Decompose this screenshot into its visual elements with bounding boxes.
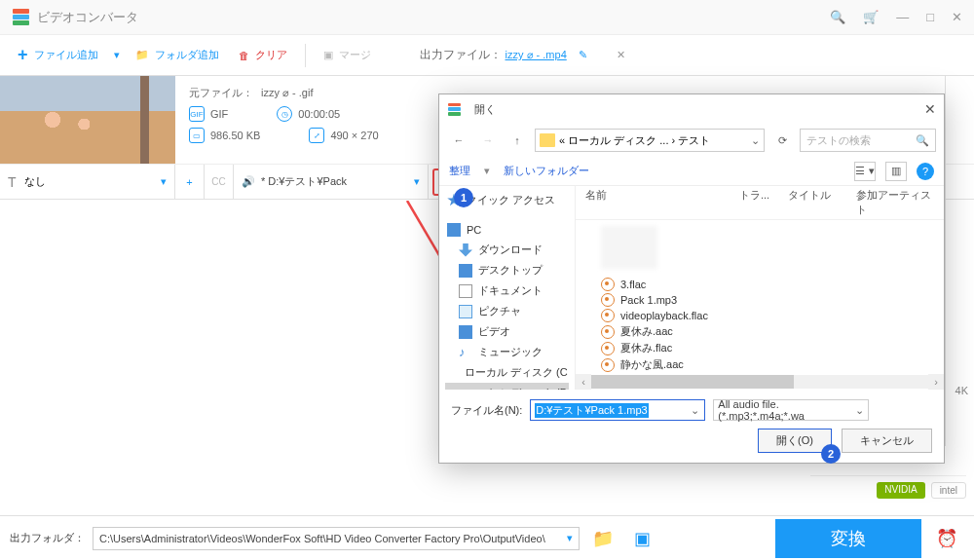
file-size: 986.50 KB: [210, 130, 260, 141]
edit-icon[interactable]: ✎: [579, 49, 587, 61]
add-file-dropdown[interactable]: ▾: [108, 49, 126, 61]
merge-button[interactable]: ▣ マージ: [314, 42, 381, 68]
output-file-value[interactable]: izzy ⌀ - .mp4: [506, 49, 567, 61]
back-button[interactable]: ←: [447, 129, 470, 152]
scroll-left-icon[interactable]: ‹: [576, 374, 591, 390]
path-input[interactable]: « ローカル ディスク ... › テスト ⌄: [535, 129, 765, 152]
new-folder-button[interactable]: 新しいフォルダー: [504, 164, 589, 178]
video-icon: [459, 325, 472, 339]
cancel-button[interactable]: キャンセル: [842, 429, 932, 453]
add-subtitle-button[interactable]: +: [175, 165, 205, 200]
col-name[interactable]: 名前: [585, 188, 739, 217]
path-text: « ローカル ディスク ... › テスト: [559, 133, 710, 148]
file-dimensions: 490 × 270: [330, 130, 378, 141]
filetype-select[interactable]: All audio file. (*.mp3;*.m4a;*.wa⌄: [713, 399, 869, 421]
audio-file-icon: [601, 325, 615, 339]
nav-pictures[interactable]: ピクチャ: [445, 301, 569, 321]
cart-icon[interactable]: 🛒: [863, 10, 879, 24]
pc-icon: [447, 223, 461, 237]
close-button[interactable]: ✕: [952, 10, 962, 24]
dialog-close-button[interactable]: ✕: [924, 101, 936, 117]
title-bar: ビデオコンバータ 🔍 🛒 — □ ✕: [0, 0, 974, 35]
clear-button[interactable]: 🗑 クリア: [229, 42, 297, 68]
chevron-down-icon: ⌄: [855, 404, 864, 417]
horizontal-scrollbar[interactable]: ‹ ›: [576, 374, 944, 390]
nav-disk-c[interactable]: ローカル ディスク (C: [445, 362, 569, 383]
nav-downloads[interactable]: ダウンロード: [445, 240, 569, 260]
search-icon[interactable]: 🔍: [830, 10, 845, 24]
file-item[interactable]: videoplayback.flac: [580, 308, 934, 323]
subtitle-value: なし: [24, 174, 46, 189]
file-list-body: 3.flac Pack 1.mp3 videoplayback.flac 夏休み…: [576, 220, 944, 390]
up-button[interactable]: ↑: [506, 129, 529, 152]
filename-input[interactable]: D:¥テスト¥Pack 1.mp3⌄: [530, 399, 705, 421]
forward-button[interactable]: →: [476, 129, 500, 152]
cc-button[interactable]: CC: [205, 165, 234, 200]
nav-music[interactable]: ♪ミュージック: [445, 342, 569, 362]
window-controls: 🔍 🛒 — □ ✕: [830, 10, 962, 24]
subtitle-selector[interactable]: T なし ▾: [0, 165, 175, 199]
open-button[interactable]: 開く(O) 2: [758, 429, 832, 453]
file-duration: 00:00:05: [298, 108, 340, 120]
preview-pane-button[interactable]: ▥: [885, 162, 907, 181]
filename-label: ファイル名(N):: [451, 403, 522, 418]
chevron-down-icon: ⌄: [690, 404, 700, 417]
organize-menu[interactable]: 整理: [449, 164, 470, 178]
chevron-down-icon: ▾: [484, 165, 490, 177]
col-title[interactable]: タイトル: [788, 188, 856, 217]
chevron-down-icon: ▾: [567, 532, 573, 544]
file-item[interactable]: 夏休み.flac: [580, 340, 934, 356]
minimize-button[interactable]: —: [896, 10, 909, 24]
nvidia-badge: NVIDIA: [877, 482, 924, 499]
nav-desktop[interactable]: デスクトップ: [445, 260, 569, 280]
text-icon: T: [8, 174, 17, 190]
file-item[interactable]: 静かな風.aac: [580, 356, 934, 373]
dialog-body: クイック アクセス PC ダウンロード デスクトップ ドキュメント ピクチャ ビ…: [439, 186, 944, 390]
video-thumbnail[interactable]: [0, 76, 175, 164]
timer-button[interactable]: ⏰: [929, 528, 964, 549]
col-track[interactable]: トラ...: [739, 188, 788, 217]
chevron-down-icon: ⌄: [751, 134, 760, 147]
audio-file-icon: [601, 358, 615, 372]
scroll-right-icon[interactable]: ›: [928, 374, 944, 390]
callout-1: 1: [454, 188, 473, 207]
output-folder-input[interactable]: C:\Users\Administrator\Videos\WonderFox …: [93, 527, 580, 550]
maximize-button[interactable]: □: [926, 10, 934, 24]
folder-plus-icon: 📁: [135, 49, 149, 61]
dialog-path-bar: ← → ↑ « ローカル ディスク ... › テスト ⌄ ⟳ テストの検索 🔍: [439, 124, 944, 157]
dialog-nav-tree: クイック アクセス PC ダウンロード デスクトップ ドキュメント ピクチャ ビ…: [439, 186, 576, 390]
file-item[interactable]: 夏休み.aac: [580, 323, 934, 340]
dialog-file-list: 名前 トラ... タイトル 参加アーティスト 3.flac Pack 1.mp3…: [576, 186, 944, 390]
music-icon: ♪: [459, 346, 472, 359]
convert-button[interactable]: 変換: [775, 519, 921, 558]
nav-documents[interactable]: ドキュメント: [445, 280, 569, 301]
remove-item-button[interactable]: ✕: [617, 49, 625, 61]
scroll-thumb[interactable]: [591, 375, 794, 389]
search-input[interactable]: テストの検索 🔍: [800, 129, 936, 152]
col-artist[interactable]: 参加アーティスト: [856, 188, 934, 217]
view-mode-button[interactable]: ☰ ▾: [854, 162, 876, 181]
nav-pc[interactable]: PC: [445, 220, 569, 240]
source-file-label: 元ファイル：: [189, 86, 253, 100]
output-folder-label: 出力フォルダ：: [10, 531, 85, 545]
nav-disk-d[interactable]: ローカル ディスク (D: [445, 383, 569, 390]
open-folder-button[interactable]: 📁: [587, 528, 618, 549]
file-item[interactable]: Pack 1.mp3: [580, 292, 934, 308]
add-folder-button[interactable]: 📁 フォルダ追加: [126, 42, 229, 68]
plus-icon: +: [18, 45, 28, 65]
callout-2: 2: [821, 444, 841, 464]
app-logo-icon: [447, 102, 461, 116]
history-button[interactable]: ▣: [626, 528, 657, 549]
refresh-button[interactable]: ⟳: [770, 129, 794, 152]
intel-badge: intel: [931, 482, 966, 499]
add-file-button[interactable]: + ファイル追加: [8, 39, 108, 71]
size-icon: ▭: [189, 128, 205, 143]
document-icon: [459, 284, 472, 298]
file-item[interactable]: 3.flac: [580, 277, 934, 292]
audio-selector[interactable]: 🔊 * D:¥テスト¥Pack ▾: [234, 165, 429, 199]
chevron-down-icon: ▾: [161, 175, 167, 188]
clock-icon: ◷: [277, 106, 292, 122]
help-button[interactable]: ?: [917, 163, 934, 180]
file-preview-thumb: [601, 226, 657, 269]
nav-videos[interactable]: ビデオ: [445, 321, 569, 342]
